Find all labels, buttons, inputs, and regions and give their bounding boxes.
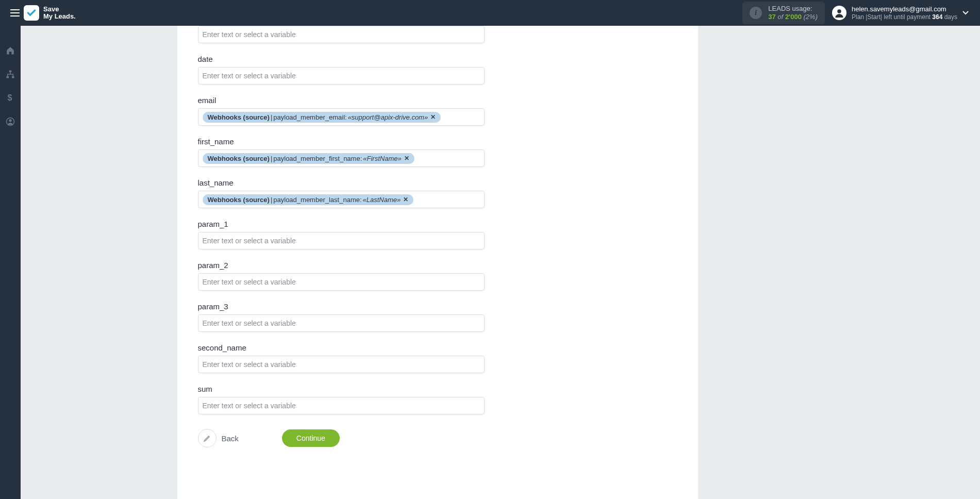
logo-icon bbox=[24, 5, 39, 21]
form-actions: Back Continue bbox=[198, 429, 485, 447]
account-info: helen.savemyleads@gmail.com Plan |Start|… bbox=[852, 5, 957, 21]
field-label: last_name bbox=[198, 178, 677, 187]
sitemap-icon bbox=[6, 70, 15, 79]
form-field-sum: sumEnter text or select a variable bbox=[198, 379, 677, 414]
sidebar-item-billing[interactable]: $ bbox=[0, 92, 21, 104]
info-icon: i bbox=[750, 7, 762, 19]
avatar-icon bbox=[832, 6, 846, 20]
field-label: first_name bbox=[198, 137, 677, 146]
continue-button[interactable]: Continue bbox=[282, 429, 340, 447]
form-field-first_name: first_nameWebhooks (source) | payload_me… bbox=[198, 132, 677, 167]
variable-tag: Webhooks (source) | payload_member_email… bbox=[203, 112, 441, 123]
pencil-icon bbox=[203, 434, 211, 442]
input-placeholder: Enter text or select a variable bbox=[203, 235, 296, 247]
input-placeholder: Enter text or select a variable bbox=[203, 358, 296, 371]
dollar-icon: $ bbox=[7, 93, 14, 103]
variable-input[interactable]: Enter text or select a variable bbox=[198, 356, 485, 373]
form-field-param_2: param_2Enter text or select a variable bbox=[198, 256, 677, 291]
variable-input[interactable]: Enter text or select a variable bbox=[198, 26, 485, 43]
field-label: param_1 bbox=[198, 220, 677, 228]
input-placeholder: Enter text or select a variable bbox=[203, 70, 296, 82]
input-placeholder: Enter text or select a variable bbox=[203, 276, 296, 288]
form-field-param_3: param_3Enter text or select a variable bbox=[198, 297, 677, 332]
field-label: param_2 bbox=[198, 261, 677, 270]
form-field-email: emailWebhooks (source) | payload_member_… bbox=[198, 91, 677, 126]
form-field-second_name: second_nameEnter text or select a variab… bbox=[198, 338, 677, 373]
tag-field: payload_member_email: bbox=[273, 113, 346, 121]
back-button[interactable] bbox=[198, 429, 217, 447]
field-label: email bbox=[198, 96, 677, 105]
app-header: Save My Leads. i LEADS usage: 37 of 2'00… bbox=[0, 0, 980, 26]
field-label: param_3 bbox=[198, 302, 677, 311]
home-icon bbox=[6, 46, 15, 55]
tag-remove-button[interactable]: ✕ bbox=[403, 196, 408, 203]
variable-tag: Webhooks (source) | payload_member_last_… bbox=[203, 194, 414, 205]
leads-usage-widget[interactable]: i LEADS usage: 37 of 2'000 (2%) bbox=[742, 2, 825, 24]
form-field-date: dateEnter text or select a variable bbox=[198, 49, 677, 85]
form-panel: Enter text or select a variabledateEnter… bbox=[177, 26, 698, 499]
sidebar-item-home[interactable] bbox=[0, 44, 21, 57]
user-circle-icon bbox=[6, 117, 15, 126]
input-placeholder: Enter text or select a variable bbox=[203, 400, 296, 412]
variable-input[interactable]: Enter text or select a variable bbox=[198, 397, 485, 414]
tag-source: Webhooks (source) bbox=[208, 113, 270, 121]
svg-rect-1 bbox=[9, 71, 12, 73]
tag-source: Webhooks (source) bbox=[208, 155, 270, 162]
tag-value: «FirstName» bbox=[363, 155, 401, 162]
hamburger-icon bbox=[10, 9, 20, 16]
account-menu[interactable]: helen.savemyleads@gmail.com Plan |Start|… bbox=[832, 5, 957, 21]
variable-input[interactable]: Webhooks (source) | payload_member_first… bbox=[198, 149, 485, 167]
svg-text:$: $ bbox=[8, 93, 12, 102]
svg-point-6 bbox=[9, 119, 11, 122]
tag-value: «LastName» bbox=[363, 196, 401, 204]
account-dropdown-toggle[interactable] bbox=[957, 9, 974, 16]
variable-input[interactable]: Enter text or select a variable bbox=[198, 314, 485, 332]
back-label: Back bbox=[222, 434, 239, 443]
variable-input[interactable]: Enter text or select a variable bbox=[198, 232, 485, 250]
leads-usage-text: LEADS usage: 37 of 2'000 (2%) bbox=[768, 5, 818, 21]
brand-name: Save My Leads. bbox=[43, 6, 76, 21]
main-content: Enter text or select a variabledateEnter… bbox=[21, 26, 980, 499]
form-field-param_1: param_1Enter text or select a variable bbox=[198, 214, 677, 250]
field-label: sum bbox=[198, 385, 677, 393]
sidebar-item-account[interactable] bbox=[0, 115, 21, 128]
svg-rect-3 bbox=[12, 76, 14, 78]
field-label: date bbox=[198, 55, 677, 63]
sidebar-nav: $ bbox=[0, 26, 21, 499]
tag-remove-button[interactable]: ✕ bbox=[430, 113, 436, 121]
form-field-top: Enter text or select a variable bbox=[198, 26, 677, 43]
sidebar-item-connections[interactable] bbox=[0, 68, 21, 80]
svg-rect-2 bbox=[7, 76, 9, 78]
tag-field: payload_member_first_name: bbox=[273, 155, 362, 162]
field-label: second_name bbox=[198, 343, 677, 352]
tag-field: payload_member_last_name: bbox=[273, 196, 361, 204]
input-placeholder: Enter text or select a variable bbox=[203, 28, 296, 41]
input-placeholder: Enter text or select a variable bbox=[203, 317, 296, 329]
svg-point-0 bbox=[837, 9, 841, 13]
tag-remove-button[interactable]: ✕ bbox=[404, 155, 409, 162]
variable-input[interactable]: Webhooks (source) | payload_member_last_… bbox=[198, 191, 485, 208]
tag-source: Webhooks (source) bbox=[208, 196, 270, 204]
variable-input[interactable]: Enter text or select a variable bbox=[198, 273, 485, 291]
variable-input[interactable]: Webhooks (source) | payload_member_email… bbox=[198, 108, 485, 126]
variable-input[interactable]: Enter text or select a variable bbox=[198, 67, 485, 85]
tag-value: «support@apix-drive.com» bbox=[348, 113, 428, 121]
form-field-last_name: last_nameWebhooks (source) | payload_mem… bbox=[198, 173, 677, 208]
variable-tag: Webhooks (source) | payload_member_first… bbox=[203, 153, 414, 164]
brand-logo[interactable]: Save My Leads. bbox=[24, 5, 76, 21]
chevron-down-icon bbox=[962, 11, 969, 15]
menu-toggle-button[interactable] bbox=[6, 7, 24, 19]
